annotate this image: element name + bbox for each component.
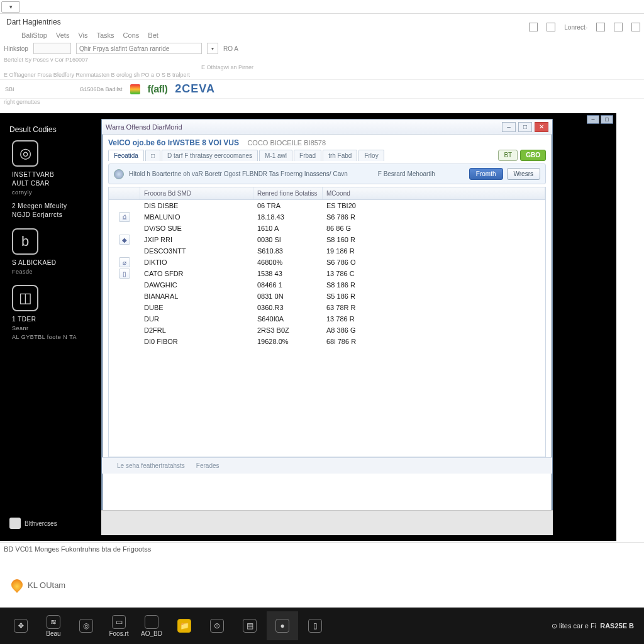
sidebar-item-label: S ALBICKAED — [12, 258, 99, 267]
taskbar-item[interactable]: ● — [267, 611, 298, 640]
tool-icon[interactable] — [529, 23, 538, 31]
row-icon-cell — [109, 318, 140, 319]
brand-small-label: SBI — [5, 86, 14, 92]
cell: JXIP RRI — [140, 235, 253, 244]
toolbar-combo[interactable] — [33, 43, 71, 54]
table-row[interactable]: ⌀DIKTIO46800%S6 786 O — [109, 257, 545, 268]
table-row[interactable]: DIS DISBE06 TRAES TBI20 — [109, 200, 545, 211]
sidebar-icon-scan[interactable]: ◎ — [12, 140, 38, 167]
toolbar-label: Hinkstop — [4, 45, 28, 52]
status-line: BD VC01 Monges Fukontruhns bta de Frigoo… — [0, 542, 644, 555]
sidebar-icon-config[interactable]: ◫ — [12, 285, 38, 311]
tab[interactable]: Feoatida — [108, 150, 144, 161]
taskbar-icon: ≋ — [47, 615, 60, 629]
sidebar-item-label: 1 TDER — [12, 315, 99, 324]
table-row[interactable]: DESCO3NTTS610.8319 186 R — [109, 245, 545, 257]
menu-item[interactable]: Tasks — [96, 31, 114, 39]
cell: DV/SO SUE — [140, 224, 253, 233]
taskbar-icon: ❖ — [14, 619, 28, 633]
taskbar-item[interactable]: 📁 — [169, 611, 200, 640]
bug-icon — [9, 518, 21, 529]
taskbar-item[interactable]: ▤ — [234, 611, 265, 640]
tool-icon[interactable] — [547, 23, 555, 31]
taskbar-item[interactable]: ◎ — [70, 611, 102, 640]
cell: A8 386 G — [323, 326, 545, 335]
tool-icon[interactable] — [596, 23, 605, 31]
menu-item[interactable]: Vis — [78, 31, 87, 39]
meta-line: Bertelet Sy Poses v Cor P160007 — [0, 57, 644, 64]
toolbar-code: RO A — [223, 45, 238, 52]
taskbar-item[interactable]: ❖ — [5, 611, 36, 640]
tab[interactable]: D tarf F thratasy eercoomanes — [162, 150, 258, 161]
tool-icon[interactable] — [614, 23, 623, 31]
brand-row-label: G1506Da Badilst — [80, 86, 123, 92]
cell: ES TBI20 — [323, 201, 545, 210]
maximize-icon[interactable]: □ — [518, 122, 532, 132]
menu-item[interactable]: Bet — [148, 31, 158, 39]
table-row[interactable]: ◆JXIP RRI0030 SIS8 160 R — [109, 234, 545, 245]
tool-icon[interactable] — [631, 23, 640, 31]
sidebar-icon-tool[interactable]: b — [12, 228, 38, 255]
bottom-label: KL OUtam — [28, 580, 65, 590]
table-row[interactable]: D2FRL2RS3 B0ZA8 386 G — [109, 325, 545, 336]
cell: S8 186 R — [323, 280, 545, 289]
dialog-title: Warra Offensd DiarMorid — [106, 123, 182, 131]
dialog-titlebar[interactable]: Warra Offensd DiarMorid – □ ✕ — [102, 119, 552, 135]
table-row[interactable]: DI0 FIBOR19628.0%68i 786 R — [109, 336, 545, 347]
table-row[interactable]: DURS640I0A13 786 R — [109, 313, 545, 325]
menu-item[interactable]: BaliStop — [21, 31, 47, 39]
table-row[interactable]: DAWGHIC08466 1S8 186 R — [109, 279, 545, 291]
tab[interactable]: Frbad — [294, 150, 321, 161]
dialog-heading: VeICO ojo.be 6o IrWSTBE 8 VOI VUS COCO B… — [102, 135, 552, 148]
panel-footer-strip — [101, 510, 553, 535]
frame-window-controls: – □ — [587, 115, 613, 124]
tab[interactable]: □ — [145, 150, 160, 161]
row-icon: ⎙ — [119, 212, 130, 222]
sidebar-item-label: NGJD Eorjarrcts — [12, 211, 99, 219]
taskbar-item[interactable]: ≋Beau — [38, 611, 69, 640]
taskbar-item[interactable]: ▯ — [299, 611, 331, 640]
table-body: DIS DISBE06 TRAES TBI20⎙MBALUNIO18.18.43… — [109, 200, 545, 347]
cell: 2RS3 B0Z — [253, 326, 323, 335]
secondary-button[interactable]: Wresrs — [507, 168, 540, 180]
sidebar-footer: Blthvercses — [9, 518, 57, 529]
primary-button[interactable]: Fromth — [469, 168, 503, 180]
minimize-icon[interactable]: – — [587, 115, 599, 124]
cell: 0030 SI — [253, 235, 323, 244]
close-icon[interactable]: ✕ — [535, 122, 548, 132]
table-header: Frooora Bd SMD Renred fione Botatiss MCo… — [109, 187, 545, 200]
column-header[interactable]: Renred fione Botatiss — [253, 187, 323, 199]
taskbar-item[interactable]: ▭Foos.rt — [103, 611, 135, 640]
table-row[interactable]: BIANARAL0831 0NS5 186 R — [109, 291, 545, 302]
row-icon-cell — [109, 307, 140, 308]
tab[interactable]: trh Fabd — [323, 150, 357, 161]
go-pill[interactable]: GBO — [520, 150, 546, 161]
sidebar-item-label: AULT CBAR — [12, 179, 99, 188]
table-row[interactable]: ▯CATO SFDR1538 4313 786 C — [109, 268, 545, 279]
taskbar-item[interactable]: AO_BD — [136, 611, 167, 640]
minimize-icon[interactable]: – — [502, 122, 516, 132]
tab[interactable]: Frloy — [358, 150, 384, 161]
quick-field-dropdown[interactable]: ▾ — [207, 43, 218, 54]
titlebar-dropdown[interactable]: ▾ — [1, 1, 20, 13]
table-row[interactable]: DV/SO SUE1610 A86 86 G — [109, 223, 545, 234]
taskbar-item[interactable]: ⊙ — [201, 611, 233, 640]
sidebar-item-label[interactable]: 2 Meegen Mfeuity — [12, 202, 99, 211]
table-row[interactable]: ⎙MBALUNIO18.18.43S6 786 R — [109, 211, 545, 223]
column-header[interactable]: Frooora Bd SMD — [140, 187, 253, 199]
table-row[interactable]: DUBE0360.R363 78R R — [109, 302, 545, 313]
taskbar-icon: ▯ — [308, 619, 322, 633]
menu-item[interactable]: Cons — [123, 31, 140, 39]
cell: DUR — [140, 314, 253, 323]
menu-item[interactable]: Vets — [56, 31, 69, 39]
row-icon-cell: ◆ — [109, 234, 140, 245]
tab[interactable]: M-1 awl — [259, 150, 292, 161]
column-header[interactable]: MCoond — [323, 187, 545, 199]
quick-field[interactable]: Qhir Frpya slafint Gafran ranride — [76, 43, 202, 54]
maximize-icon[interactable]: □ — [601, 115, 613, 124]
column-header[interactable] — [109, 187, 140, 199]
taskbar-icon — [145, 615, 158, 629]
taskbar-icon: 📁 — [177, 619, 191, 633]
clock-time: RAS25E B — [600, 622, 634, 630]
cell: 06 TRA — [253, 201, 323, 210]
